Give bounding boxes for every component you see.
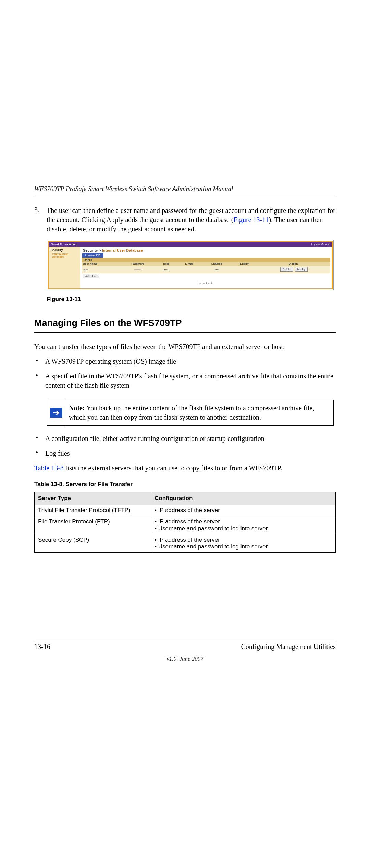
figure-tab[interactable]: Internal DB bbox=[82, 253, 103, 258]
col-email: E-mail bbox=[177, 262, 201, 266]
bullet-mark: • bbox=[34, 449, 45, 458]
cell-password: ******* bbox=[120, 266, 155, 274]
table-caption: Table 13-8. Servers for File Transfer bbox=[34, 481, 336, 488]
col-action: Action bbox=[257, 262, 330, 266]
th-server-type: Server Type bbox=[35, 492, 151, 505]
step-number: 3. bbox=[34, 206, 47, 234]
cfg-item: IP address of the server bbox=[155, 537, 332, 543]
th-configuration: Configuration bbox=[151, 492, 336, 505]
col-enabled: Enabled bbox=[201, 262, 232, 266]
note-icon-cell: ➔ bbox=[47, 400, 65, 425]
col-password: Password bbox=[120, 262, 155, 266]
footer-rule bbox=[34, 640, 336, 640]
cell-configuration: IP address of the serverUsername and pas… bbox=[151, 516, 336, 534]
figure-bar-right[interactable]: Logout Guest bbox=[311, 243, 330, 246]
cell-server-type: Trivial File Transfer Protocol (TFTP) bbox=[35, 505, 151, 516]
bullet-mark: • bbox=[34, 434, 45, 443]
figure-side-sub[interactable]: Internal User Database bbox=[51, 252, 78, 258]
cell-username: client bbox=[82, 266, 120, 274]
add-user-button[interactable]: Add User bbox=[83, 274, 99, 278]
note-lead: Note: bbox=[69, 404, 85, 412]
figure-users-table: User Name Password Role E-mail Enabled E… bbox=[82, 262, 330, 273]
note-callout: ➔ Note: You back up the entire content o… bbox=[47, 400, 334, 426]
table-row: Secure Copy (SCP) IP address of the serv… bbox=[35, 534, 336, 553]
header-rule bbox=[34, 195, 336, 195]
figure-pager: 1 | 1-1 of 1 bbox=[80, 280, 332, 288]
figure-side-head: Security bbox=[51, 248, 78, 252]
figure-titlebar: Guest Provisioning Logout Guest bbox=[49, 242, 332, 247]
step-text: The user can then define a user name and… bbox=[47, 206, 336, 234]
version-line: v1.0, June 2007 bbox=[34, 655, 336, 662]
step-3: 3. The user can then define a user name … bbox=[34, 206, 336, 234]
figure-breadcrumb: Security > Internal User Database bbox=[80, 247, 332, 253]
cfg-item: Username and password to log into server bbox=[155, 525, 332, 532]
cfg-item: IP address of the server bbox=[155, 507, 332, 514]
bullet-text: A configuration file, either active runn… bbox=[45, 434, 336, 443]
cell-configuration: IP address of the serverUsername and pas… bbox=[151, 534, 336, 553]
bullet-item: • A WFS709TP operating system (OS) image… bbox=[34, 357, 336, 366]
cell-action: DeleteModify bbox=[257, 266, 330, 274]
cell-email bbox=[177, 266, 201, 274]
col-expiry: Expiry bbox=[232, 262, 257, 266]
col-username: User Name bbox=[82, 262, 120, 266]
breadcrumb-leaf: Internal User Database bbox=[102, 248, 143, 252]
document-page: WFS709TP ProSafe Smart Wireless Switch S… bbox=[0, 0, 370, 868]
section-rule bbox=[34, 332, 336, 333]
section-heading: Managing Files on the WFS709TP bbox=[34, 318, 336, 328]
intro-paragraph: You can transfer these types of files be… bbox=[34, 342, 336, 351]
note-text: Note: You back up the entire content of … bbox=[65, 400, 333, 425]
servers-table: Server Type Configuration Trivial File T… bbox=[34, 492, 336, 553]
cell-configuration: IP address of the server bbox=[151, 505, 336, 516]
body-content: 3. The user can then define a user name … bbox=[34, 206, 336, 553]
running-header: WFS709TP ProSafe Smart Wireless Switch S… bbox=[34, 185, 336, 193]
cell-expiry bbox=[232, 266, 257, 274]
table-link[interactable]: Table 13-8 bbox=[34, 464, 64, 472]
figure-main: Security > Internal User Database Intern… bbox=[80, 247, 332, 288]
figure-caption: Figure 13-11 bbox=[47, 296, 336, 303]
table-ref-rest: lists the external servers that you can … bbox=[64, 464, 282, 472]
bullet-item: • A configuration file, either active ru… bbox=[34, 434, 336, 443]
page-number: 13-16 bbox=[34, 643, 50, 651]
page-footer: 13-16 Configuring Management Utilities v… bbox=[34, 640, 336, 662]
modify-button[interactable]: Modify bbox=[295, 267, 308, 272]
section-name: Configuring Management Utilities bbox=[241, 643, 336, 651]
figure-users-header: Users bbox=[82, 258, 330, 262]
figure-13-11: Guest Provisioning Logout Guest Security… bbox=[47, 240, 336, 303]
bullet-item: • A specified file in the WFS709TP's fla… bbox=[34, 372, 336, 390]
table-row: client ******* guest Yes DeleteModify bbox=[82, 266, 330, 274]
table-ref-paragraph: Table 13-8 lists the external servers th… bbox=[34, 463, 336, 473]
delete-button[interactable]: Delete bbox=[280, 267, 293, 272]
bullet-mark: • bbox=[34, 372, 45, 390]
table-row: File Transfer Protocol (FTP) IP address … bbox=[35, 516, 336, 534]
figure-bar-left: Guest Provisioning bbox=[51, 243, 77, 246]
cell-server-type: File Transfer Protocol (FTP) bbox=[35, 516, 151, 534]
arrow-icon: ➔ bbox=[50, 408, 62, 418]
bullet-text: A specified file in the WFS709TP's flash… bbox=[45, 372, 336, 390]
cfg-item: IP address of the server bbox=[155, 518, 332, 525]
note-body: You back up the entire content of the fl… bbox=[69, 404, 314, 421]
bullet-mark: • bbox=[34, 357, 45, 366]
figure-link[interactable]: Figure 13-11 bbox=[233, 216, 269, 224]
breadcrumb-root: Security > bbox=[83, 248, 102, 252]
bullet-text: A WFS709TP operating system (OS) image f… bbox=[45, 357, 336, 366]
cell-server-type: Secure Copy (SCP) bbox=[35, 534, 151, 553]
figure-sidebar: Security Internal User Database bbox=[49, 247, 80, 288]
bullet-text: Log files bbox=[45, 449, 336, 458]
bullet-item: • Log files bbox=[34, 449, 336, 458]
cell-role: guest bbox=[156, 266, 177, 274]
cfg-item: Username and password to log into server bbox=[155, 543, 332, 550]
cell-enabled: Yes bbox=[201, 266, 232, 274]
col-role: Role bbox=[156, 262, 177, 266]
table-row: Trivial File Transfer Protocol (TFTP) IP… bbox=[35, 505, 336, 516]
